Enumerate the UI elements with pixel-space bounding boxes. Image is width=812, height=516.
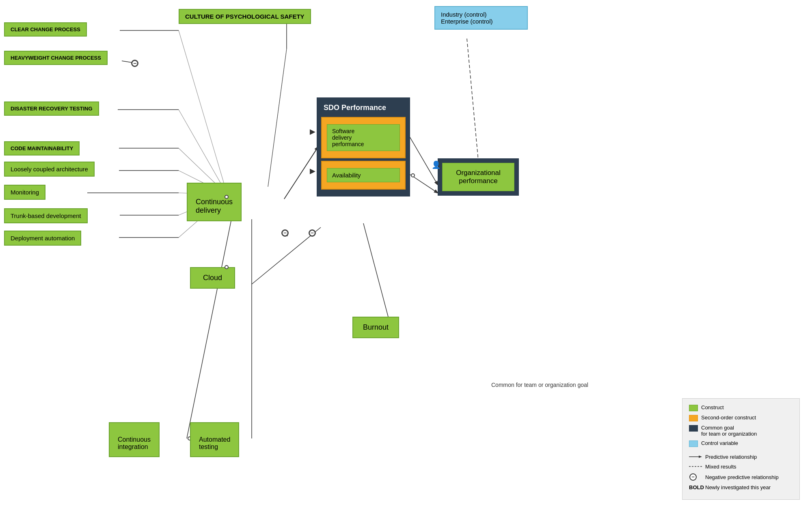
legend-common-goal: Common goalfor team or organization	[689, 425, 793, 437]
availability-box: Availability	[327, 168, 400, 182]
legend-blue-swatch	[689, 440, 698, 447]
person-icon: 👤	[432, 160, 441, 169]
org-performance-container: Organizational performance	[438, 158, 519, 196]
legend-negative-label: Negative predictive relationship	[705, 474, 779, 480]
legend-newly-label: Newly investigated this year	[705, 484, 771, 490]
continuous-delivery-box: Continuous delivery	[187, 183, 242, 221]
loosely-coupled-box: Loosely coupled architecture	[4, 162, 95, 177]
legend-second-order-label: Second-order construct	[701, 415, 756, 421]
culture-box: CULTURE OF PSYCHOLOGICAL SAFETY	[179, 9, 311, 24]
svg-text:−: −	[691, 474, 695, 480]
trunk-based-box: Trunk-based development	[4, 208, 88, 223]
legend-mixed-label: Mixed results	[705, 464, 736, 470]
disaster-recovery-box: DISASTER RECOVERY TESTING	[4, 101, 99, 116]
monitoring-box: Monitoring	[4, 185, 45, 200]
legend-common-goal-label: Common goalfor team or organization	[701, 425, 757, 437]
code-maintainability-box: CODE MAINTAINABILITY	[4, 141, 80, 155]
common-goal-text: Common for team or organization goal	[491, 382, 641, 388]
cloud-top-dot	[225, 265, 229, 269]
sdo-right-dot	[411, 173, 415, 177]
legend-control: Control variable	[689, 440, 793, 447]
svg-line-16	[268, 49, 287, 187]
legend-construct: Construct	[689, 404, 793, 411]
software-delivery-box: Softwaredeliveryperformance	[327, 124, 400, 151]
arrow-to-availability: ▶	[310, 166, 315, 175]
automated-testing-box: Automatedtesting	[190, 422, 239, 457]
svg-line-22	[410, 175, 438, 193]
svg-line-8	[179, 30, 227, 195]
svg-line-24	[363, 223, 390, 323]
continuous-delivery-right-dot	[225, 195, 229, 199]
sdo-inner-software: Softwaredeliveryperformance	[321, 117, 406, 158]
legend-construct-label: Construct	[701, 404, 724, 410]
heavyweight-change-box: HEAVYWEIGHT CHANGE PROCESS	[4, 51, 108, 65]
legend-mixed-line	[689, 463, 702, 470]
clear-change-box: CLEAR CHANGE PROCESS	[4, 22, 87, 37]
legend-negative-symbol: −	[689, 473, 702, 481]
svg-line-9	[179, 110, 227, 195]
diagram-container: CULTURE OF PSYCHOLOGICAL SAFETY CLEAR CH…	[0, 0, 812, 516]
sdo-container: SDO Performance Softwaredeliveryperforma…	[317, 97, 410, 196]
legend-predictive-label: Predictive relationship	[705, 454, 757, 460]
legend-green-swatch	[689, 405, 698, 411]
legend-negative: − Negative predictive relationship	[689, 473, 793, 481]
control-variable-box: Industry (control) Enterprise (control)	[434, 6, 528, 30]
svg-line-23	[467, 39, 478, 160]
legend-bold-sample: BOLD	[689, 484, 702, 490]
arrow-to-sdp: ▶	[310, 127, 315, 136]
legend: Construct Second-order construct Common …	[682, 398, 800, 500]
continuous-integration-box: Continuousintegration	[109, 422, 160, 457]
neg-dot-2: −	[309, 229, 316, 237]
neg-dot-1: −	[281, 229, 289, 237]
svg-marker-28	[699, 456, 702, 458]
control-box-text: Industry (control) Enterprise (control)	[441, 11, 521, 25]
org-performance-box: Organizational performance	[442, 163, 514, 191]
svg-line-20	[187, 219, 231, 438]
sdo-inner-availability: Availability	[321, 161, 406, 190]
burnout-box: Burnout	[352, 317, 399, 338]
legend-control-label: Control variable	[701, 440, 738, 446]
legend-mixed: Mixed results	[689, 463, 793, 470]
sdo-title: SDO Performance	[321, 102, 406, 114]
legend-yellow-swatch	[689, 415, 698, 421]
negative-dot-heavyweight: −	[131, 60, 138, 67]
deployment-automation-box: Deployment automation	[4, 231, 81, 246]
legend-newly: BOLD Newly investigated this year	[689, 484, 793, 490]
cloud-box: Cloud	[190, 267, 235, 289]
legend-predictive: Predictive relationship	[689, 453, 793, 460]
legend-predictive-line	[689, 453, 702, 460]
legend-dark-swatch	[689, 425, 698, 432]
legend-second-order: Second-order construct	[689, 415, 793, 421]
